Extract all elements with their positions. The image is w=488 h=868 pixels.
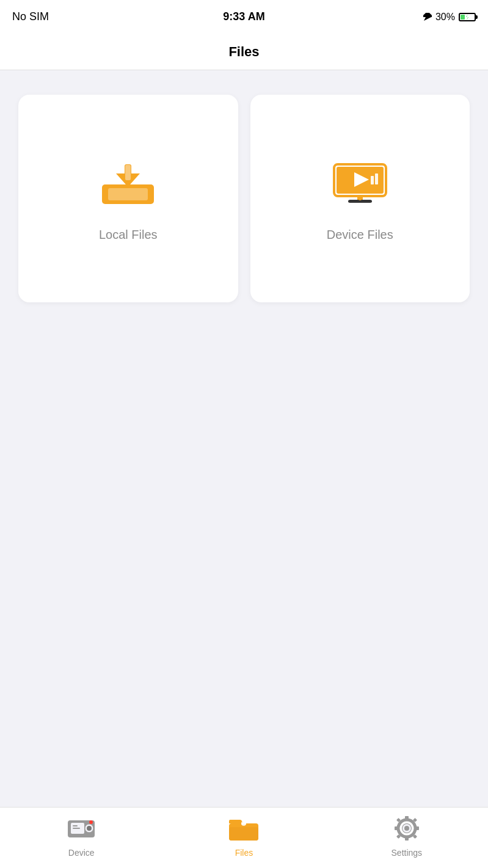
main-content: Local Files	[0, 70, 488, 807]
svg-point-18	[87, 826, 92, 831]
svg-rect-19	[73, 825, 78, 826]
svg-rect-23	[229, 827, 258, 841]
local-files-label: Local Files	[99, 228, 158, 242]
svg-rect-6	[125, 165, 131, 180]
tab-device[interactable]: Device	[0, 812, 162, 858]
device-files-icon	[331, 161, 389, 210]
tab-settings[interactable]: Settings	[326, 812, 488, 858]
settings-tab-label: Settings	[391, 848, 423, 858]
svg-rect-25	[241, 823, 246, 825]
svg-rect-10	[371, 176, 374, 184]
local-files-svg	[99, 161, 157, 207]
charging-icon	[464, 14, 470, 20]
battery-icon	[459, 13, 476, 21]
device-tab-label: Device	[68, 848, 95, 858]
battery-percent: 30%	[435, 12, 455, 23]
device-icon-svg	[67, 817, 96, 840]
settings-tab-icon	[391, 812, 423, 844]
svg-rect-20	[73, 828, 80, 829]
status-right: 30%	[423, 12, 476, 23]
svg-rect-3	[108, 188, 148, 200]
cards-row: Local Files	[18, 95, 470, 302]
svg-marker-1	[466, 14, 468, 20]
svg-point-35	[404, 826, 409, 831]
local-files-icon	[99, 161, 157, 210]
settings-icon-svg	[393, 815, 420, 842]
status-time: 9:33 AM	[223, 10, 264, 23]
device-files-label: Device Files	[327, 228, 393, 242]
files-icon-svg	[228, 815, 260, 842]
device-tab-icon	[65, 812, 97, 844]
svg-point-14	[358, 197, 362, 200]
svg-point-21	[89, 820, 93, 824]
device-files-card[interactable]: Device Files	[250, 95, 470, 302]
svg-rect-11	[375, 173, 378, 184]
tab-files[interactable]: Files	[162, 812, 325, 858]
nav-title-bar: Files	[0, 34, 488, 70]
files-tab-icon	[228, 812, 260, 844]
tab-bar: Device Files	[0, 807, 488, 868]
location-icon	[423, 13, 432, 21]
device-files-svg	[331, 161, 389, 207]
status-bar: No SIM 9:33 AM 30%	[0, 0, 488, 34]
sim-status: No SIM	[12, 10, 49, 23]
local-files-card[interactable]: Local Files	[18, 95, 238, 302]
files-tab-label: Files	[235, 848, 253, 858]
page-title: Files	[228, 44, 259, 60]
